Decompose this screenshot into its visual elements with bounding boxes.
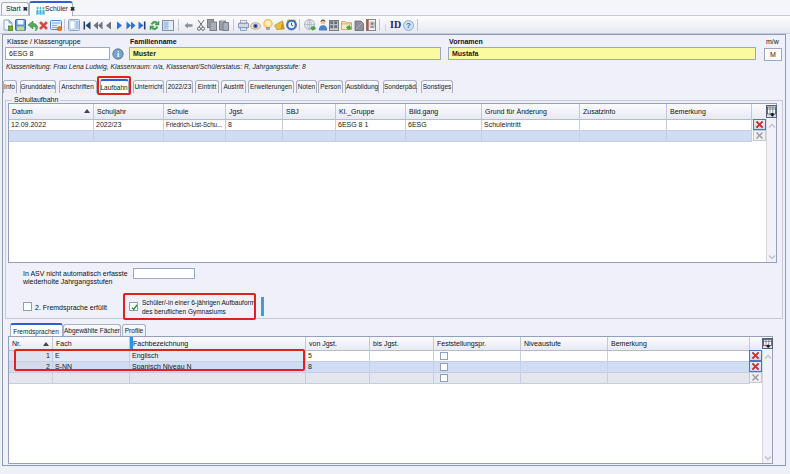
svg-text:?: ?	[406, 21, 411, 30]
